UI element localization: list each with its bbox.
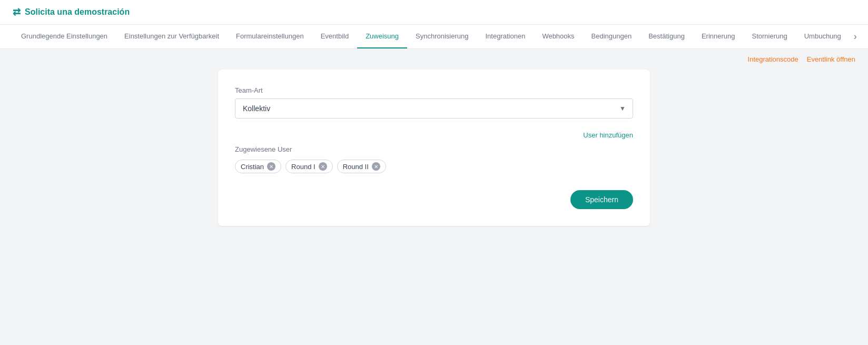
team-art-select[interactable]: Kollektiv Roundrobin Einzel [235,98,633,119]
top-links-row: Integrationscode Eventlink öffnen [13,49,855,70]
add-user-link[interactable]: User hinzufügen [583,131,633,139]
user-tag-cristian-label: Cristian [241,163,264,171]
tab-grundlegende[interactable]: Grundlegende Einstellungen [13,25,116,48]
tab-synchronisierung[interactable]: Synchronisierung [407,25,477,48]
app-header: ⇄ Solicita una demostración [0,0,868,25]
tab-eventbild[interactable]: Eventbild [312,25,357,48]
tab-bedingungen[interactable]: Bedingungen [583,25,640,48]
team-art-group: Team-Art Kollektiv Roundrobin Einzel ▼ [235,86,633,119]
event-link-open[interactable]: Eventlink öffnen [807,55,855,63]
main-card: Team-Art Kollektiv Roundrobin Einzel ▼ U… [218,70,650,226]
tab-zuweisung[interactable]: Zuweisung [357,25,407,48]
tab-navigation: Grundlegende Einstellungen Einstellungen… [0,25,868,49]
remove-round-ii-button[interactable]: ✕ [372,162,380,171]
more-tabs-button[interactable]: › [850,27,861,46]
team-art-select-wrapper: Kollektiv Roundrobin Einzel ▼ [235,98,633,119]
remove-round-i-button[interactable]: ✕ [319,162,327,171]
app-title: Solicita una demostración [25,7,130,17]
logo-icon: ⇄ [13,6,21,18]
user-tag-round-i-label: Round I [291,163,315,171]
users-section: Zugewiesene User Cristian ✕ Round I ✕ Ro… [235,145,633,173]
app-logo: ⇄ Solicita una demostración [13,6,130,18]
tab-bestaetigung[interactable]: Bestätigung [640,25,693,48]
tab-formular[interactable]: Formulareinstellungen [228,25,312,48]
integration-code-link[interactable]: Integrationscode [748,55,798,63]
tab-integrationen[interactable]: Integrationen [477,25,534,48]
user-tag-round-ii: Round II ✕ [337,160,386,173]
user-tag-round-i: Round I ✕ [285,160,333,173]
tab-stornierung[interactable]: Stornierung [743,25,795,48]
save-row: Speichern [235,190,633,209]
save-button[interactable]: Speichern [570,190,633,209]
user-tag-cristian: Cristian ✕ [235,160,281,173]
user-tags-container: Cristian ✕ Round I ✕ Round II ✕ [235,160,633,173]
tab-erinnerung[interactable]: Erinnerung [693,25,744,48]
user-tag-round-ii-label: Round II [343,163,369,171]
page-content: Integrationscode Eventlink öffnen Team-A… [0,49,868,341]
add-user-row: User hinzufügen [235,131,633,139]
team-art-label: Team-Art [235,86,633,94]
remove-cristian-button[interactable]: ✕ [267,162,275,171]
assigned-users-label: Zugewiesene User [235,145,633,153]
tab-verfuegbarkeit[interactable]: Einstellungen zur Verfügbarkeit [116,25,228,48]
tab-webhooks[interactable]: Webhooks [534,25,583,48]
tab-umbuchung[interactable]: Umbuchung [796,25,850,48]
